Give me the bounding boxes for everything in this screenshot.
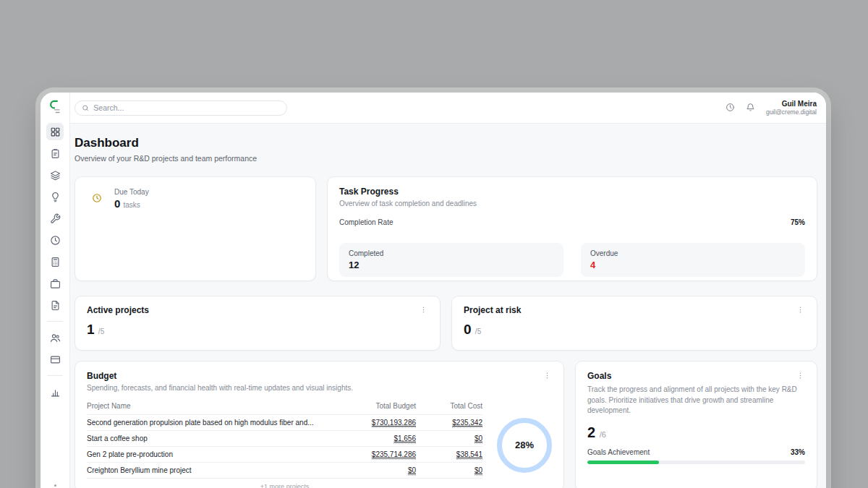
app-window: V1.0 xyxy=(41,93,826,488)
sidebar-nav xyxy=(46,123,64,401)
project-name: Second generation propulsion plate based… xyxy=(87,419,329,427)
sidebar-item-tasks[interactable] xyxy=(46,145,64,162)
sidebar-item-calculator[interactable] xyxy=(46,253,64,270)
project-at-risk-title: Project at risk xyxy=(464,305,521,315)
calculator-icon xyxy=(50,257,61,267)
budget-table-row[interactable]: Second generation propulsion plate based… xyxy=(87,415,482,431)
due-today-label: Due Today xyxy=(114,188,149,196)
goals-menu-button[interactable] xyxy=(796,371,805,380)
more-projects-label[interactable]: +1 more projects xyxy=(87,479,482,488)
task-progress-title: Task Progress xyxy=(339,187,805,197)
total-cost-value[interactable]: $235,342 xyxy=(416,419,482,427)
project-at-risk-menu-button[interactable] xyxy=(796,305,805,314)
active-projects-total: /5 xyxy=(98,328,104,335)
completed-label: Completed xyxy=(349,249,554,257)
active-projects-card: Active projects 1 /5 xyxy=(75,296,441,351)
sidebar-item-projects[interactable] xyxy=(46,166,64,184)
completed-value: 12 xyxy=(349,260,554,270)
status-dot xyxy=(54,484,56,487)
budget-menu-button[interactable] xyxy=(542,371,552,380)
budget-card: Budget Spending, forecasts, and financia… xyxy=(75,361,564,488)
task-progress-card: Task Progress Overview of task completio… xyxy=(327,176,817,281)
due-today-count: 0 xyxy=(114,197,120,210)
credit-card-icon xyxy=(50,354,61,365)
goals-card: Goals Track the progress and alignment o… xyxy=(575,361,817,488)
project-at-risk-card: Project at risk 0 /5 xyxy=(451,296,817,351)
clipboard-icon xyxy=(50,148,61,159)
total-budget-value[interactable]: $730,193.286 xyxy=(329,419,416,427)
sidebar-item-analytics[interactable] xyxy=(46,383,64,401)
search-box[interactable] xyxy=(75,100,287,116)
budget-table-row[interactable]: Gen 2 plate pre-production$235,714.286$3… xyxy=(87,447,482,463)
total-budget-value[interactable]: $0 xyxy=(329,466,416,474)
sidebar-footer: V1.0 xyxy=(48,484,61,488)
goals-title: Goals xyxy=(587,371,611,381)
document-icon xyxy=(50,300,61,311)
page-subtitle: Overview of your R&D projects and team p… xyxy=(75,154,817,163)
app-logo[interactable] xyxy=(48,99,62,117)
kebab-menu-icon xyxy=(796,306,804,314)
due-today-icon-badge xyxy=(87,188,107,208)
notifications-button[interactable] xyxy=(746,103,755,112)
goals-total: /6 xyxy=(600,430,606,439)
sidebar-item-dashboard[interactable] xyxy=(46,123,64,140)
overdue-stat: Overdue 4 xyxy=(581,243,805,277)
page-title: Dashboard xyxy=(75,136,817,150)
budget-table-row[interactable]: Creighton Beryllium mine project$0$0 xyxy=(87,463,482,479)
project-at-risk-total: /5 xyxy=(475,328,481,335)
goals-achievement-track xyxy=(587,461,805,464)
clock-icon xyxy=(50,235,61,246)
creme-logo-icon xyxy=(48,99,62,114)
sidebar-item-time[interactable] xyxy=(46,231,64,249)
budget-table: Project Name Total Budget Total Cost Sec… xyxy=(87,400,482,488)
overdue-label: Overdue xyxy=(590,249,796,257)
completion-rate-label: Completion Rate xyxy=(339,218,393,226)
layers-icon xyxy=(50,170,61,181)
clock-icon xyxy=(92,193,102,203)
kebab-menu-icon xyxy=(796,372,804,380)
total-budget-value[interactable]: $1,656 xyxy=(329,435,416,442)
completed-stat: Completed 12 xyxy=(339,243,563,277)
bell-icon xyxy=(746,103,755,112)
user-name: Guil Meira xyxy=(766,99,817,108)
sidebar-item-billing[interactable] xyxy=(46,351,64,368)
active-projects-value: 1 xyxy=(87,322,95,337)
sidebar-item-tools[interactable] xyxy=(46,210,64,227)
budget-table-body: Second generation propulsion plate based… xyxy=(87,415,482,479)
history-button[interactable] xyxy=(726,103,735,112)
search-input[interactable] xyxy=(93,103,280,112)
dashboard-grid-icon xyxy=(50,127,61,137)
total-cost-value[interactable]: $0 xyxy=(416,435,482,442)
kebab-menu-icon xyxy=(543,372,551,380)
budget-usage-ring: 28% xyxy=(497,418,552,473)
lightbulb-icon xyxy=(50,192,61,202)
budget-title: Budget xyxy=(87,371,116,381)
due-today-unit: tasks xyxy=(124,201,140,209)
goals-achievement-fill xyxy=(587,461,659,464)
active-projects-title: Active projects xyxy=(87,305,149,315)
sidebar-item-team[interactable] xyxy=(46,329,64,346)
sidebar-item-documents[interactable] xyxy=(46,296,64,314)
sidebar-item-portfolio[interactable] xyxy=(46,275,64,292)
total-budget-value[interactable]: $235,714.286 xyxy=(329,450,416,458)
briefcase-icon xyxy=(50,278,61,289)
goals-achievement-label: Goals Achievement xyxy=(587,448,650,456)
task-progress-subtitle: Overview of task completion and deadline… xyxy=(339,200,805,207)
total-cost-value[interactable]: $0 xyxy=(416,466,482,474)
user-email: guil@creme.digital xyxy=(766,108,817,116)
due-today-card: Due Today 0 tasks xyxy=(75,176,316,281)
total-cost-value[interactable]: $38,541 xyxy=(416,450,482,458)
goals-achievement-value: 33% xyxy=(791,448,805,456)
sidebar-item-ideas[interactable] xyxy=(46,188,64,205)
completion-rate-value: 75% xyxy=(791,218,805,226)
main-content: Dashboard Overview of your R&D projects … xyxy=(70,124,826,488)
budget-table-row[interactable]: Start a coffee shop$1,656$0 xyxy=(87,431,482,447)
sidebar-divider xyxy=(47,321,63,322)
goals-description: Track the progress and alignment of all … xyxy=(587,385,805,416)
wrench-icon xyxy=(50,213,61,224)
overdue-value: 4 xyxy=(590,260,796,270)
search-icon xyxy=(82,104,89,112)
column-total-budget: Total Budget xyxy=(329,402,416,410)
active-projects-menu-button[interactable] xyxy=(419,305,428,314)
user-menu[interactable]: Guil Meira guil@creme.digital xyxy=(766,99,817,116)
